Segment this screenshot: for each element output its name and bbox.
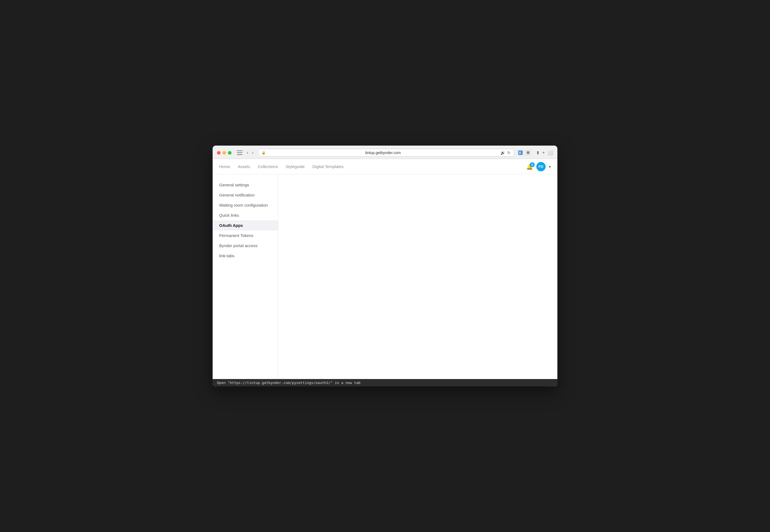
sidebar-item-quick-links[interactable]: Quick links [213,210,278,220]
refresh-icon[interactable]: ↻ [507,151,511,155]
maximize-button[interactable] [228,151,231,155]
app-nav: Home Assets Collections Styleguide Digit… [213,159,557,174]
nav-item-styleguide[interactable]: Styleguide [285,163,305,170]
sidebar-item-link-tabs[interactable]: link-tabs [213,251,278,261]
svg-text:B: B [519,151,521,154]
sidebar-item-permanent-tokens[interactable]: Permanent Tokens [213,230,278,241]
bynder-extension-icon[interactable]: B [517,150,523,156]
main-panel [278,174,557,379]
browser-chrome: ‹ › 🔒 tintup.getbynder.com 🔊 ↻ B [213,146,557,159]
shield-extension-icon[interactable] [525,150,531,156]
browser-titlebar: ‹ › 🔒 tintup.getbynder.com 🔊 ↻ B [213,146,557,159]
forward-button[interactable]: › [251,150,254,156]
nav-arrows: ‹ › [246,150,255,156]
sidebar: General settings General notification Wa… [213,174,278,379]
app-container: Home Assets Collections Styleguide Digit… [213,159,557,379]
user-dropdown-button[interactable]: ▾ [549,164,551,169]
nav-item-assets[interactable]: Assets [238,163,250,170]
share-button[interactable]: ⬆ [536,150,540,155]
sidebar-item-general-notification[interactable]: General notification [213,190,278,200]
minimize-button[interactable] [222,151,226,155]
sidebar-item-waiting-room-configuration[interactable]: Waiting room configuration [213,200,278,210]
tab-overview-button[interactable]: ⬜ [548,150,553,155]
nav-item-digital-templates[interactable]: Digital Templates [312,163,343,170]
status-text: Open "https://tintup.getbynder.com/pyset… [217,381,360,385]
notification-badge: 0 [530,162,535,167]
new-tab-button[interactable]: + [542,150,545,155]
sidebar-item-general-settings[interactable]: General settings [213,180,278,190]
user-avatar[interactable]: FD [536,162,546,171]
sidebar-item-oauth-apps[interactable]: OAuth Apps [213,220,278,230]
back-button[interactable]: ‹ [246,150,249,156]
lock-icon: 🔒 [262,151,266,155]
url-text: tintup.getbynder.com [268,151,498,155]
sidebar-item-bynder-portal-access[interactable]: Bynder portal access [213,241,278,251]
browser-window: ‹ › 🔒 tintup.getbynder.com 🔊 ↻ B [213,146,557,386]
nav-item-collections[interactable]: Collections [258,163,278,170]
notification-button[interactable]: 🔔 0 [526,163,533,170]
nav-item-home[interactable]: Home [219,163,230,170]
nav-items: Home Assets Collections Styleguide Digit… [219,163,526,170]
browser-actions: B ⬆ + ⬜ [517,150,553,156]
extensions-area: B [517,150,531,156]
window-controls [217,151,231,155]
status-bar: Open "https://tintup.getbynder.com/pyset… [213,379,557,386]
close-button[interactable] [217,151,221,155]
content-area: General settings General notification Wa… [213,174,557,379]
audio-icon[interactable]: 🔊 [500,151,505,155]
nav-right: 🔔 0 FD ▾ [526,162,551,171]
address-bar[interactable]: 🔒 tintup.getbynder.com 🔊 ↻ [258,149,514,157]
sidebar-toggle-button[interactable] [237,151,242,155]
